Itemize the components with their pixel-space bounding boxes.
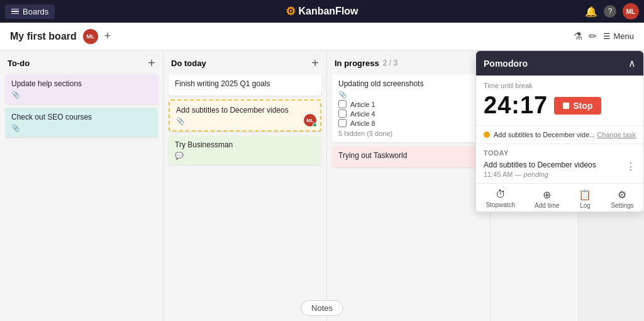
column-cards-dotoday: Finish writing 2025 Q1 goals Add subtitl… [164,74,326,316]
subtask-checkbox-3[interactable] [338,119,347,127]
status-dot [313,123,317,127]
subtask-row: Article 1 [338,100,479,108]
stop-icon [563,103,569,109]
card-seo[interactable]: Check out SEO courses 📎 [5,108,158,137]
add-card-todo[interactable]: + [148,57,155,69]
column-count-inprogress: 2 / 3 [383,59,397,67]
filter-icon[interactable]: ⚗ [574,30,582,42]
menu-button[interactable]: ☰ Menu [603,31,634,41]
column-header-todo: To-do + [0,50,163,74]
add-time-button[interactable]: ⊕ Add time [535,189,559,209]
today-task-time: 11:45 AM — pending [484,171,596,178]
pomodoro-toolbar: ⏱ Stopwatch ⊕ Add time 📋 Log ⚙ Settings [476,184,643,211]
boards-button[interactable]: Boards [5,4,55,19]
card-comment-icon: 💬 [175,152,315,160]
task-more-button[interactable]: ⋮ [626,160,636,172]
column-todo: To-do + Update help sections 📎 Check out… [0,50,164,321]
pomodoro-title: Pomodoro [484,59,528,69]
column-header-inprogress: In progress 2 / 3 + [327,50,490,74]
card-attach-icon: 📎 [11,91,152,99]
card-title: Trying out Taskworld [338,151,479,160]
card-title: Updating old screenshots [338,79,479,88]
card-attach-icon: 📎 [338,91,479,99]
today-label: TODAY [484,149,636,157]
log-label: Log [580,202,591,209]
add-time-icon: ⊕ [543,189,551,201]
timer-label: Time until break [484,82,636,89]
timer-row: 24:17 Stop [484,92,636,119]
pomodoro-today: TODAY Add subtitles to December videos 1… [476,144,643,184]
card-title: Check out SEO courses [11,113,152,121]
subtask-label: Article 1 [350,101,375,108]
pomodoro-panel: Pomodoro ∧ Time until break 24:17 Stop A… [475,50,644,212]
topbar-right: 🔔 ? ML [585,3,639,20]
timer-value: 24:17 [484,92,548,119]
task-time-value: 11:45 AM [484,171,513,178]
subtask-checkbox-2[interactable] [338,110,347,118]
hidden-count: 5 hidden (5 done) [338,130,479,137]
board-area: To-do + Update help sections 📎 Check out… [0,50,644,321]
change-task-link[interactable]: Change task [597,131,636,138]
card-businessman[interactable]: Try Businessman 💬 [169,135,321,165]
task-status: pending [524,171,548,178]
log-button[interactable]: 📋 Log [579,189,591,209]
logo-icon: ⚙ [286,4,296,18]
column-inprogress: In progress 2 / 3 + Updating old screens… [327,50,491,321]
card-title: Try Businessman [175,140,315,149]
add-time-label: Add time [535,202,559,209]
card-title: Finish writing 2025 Q1 goals [175,79,315,88]
settings-label: Settings [611,202,633,209]
column-dotoday: Do today + Finish writing 2025 Q1 goals … [164,50,327,321]
column-title-todo: To-do [8,59,30,68]
card-update-help[interactable]: Update help sections 📎 [5,74,158,104]
column-header-dotoday: Do today + [164,50,326,74]
pomodoro-task-indicator: Add subtitles to December vide... Change… [476,126,643,144]
menu-icon [11,9,19,14]
card-avatar: ML [304,114,316,127]
settings-button[interactable]: ⚙ Settings [611,189,633,209]
card-title: Add subtitles to December videos [176,106,314,115]
today-task-row: Add subtitles to December videos 11:45 A… [484,160,636,178]
column-cards-inprogress: Updating old screenshots 📎 Article 1 Art… [327,74,490,321]
card-title: Update help sections [11,79,152,88]
logo-text: KanbanFlow [298,6,358,17]
notification-icon[interactable]: 🔔 [585,6,597,18]
help-icon[interactable]: ? [604,5,616,18]
subtask-label: Article 4 [350,110,375,118]
boards-label: Boards [23,7,48,16]
subtask-checkbox-1[interactable] [338,100,347,108]
subtask-label: Article 8 [350,120,375,127]
menu-label: Menu [613,31,634,41]
hamburger-icon: ☰ [603,31,611,41]
task-dot-icon [484,132,490,138]
card-finish-q1[interactable]: Finish writing 2025 Q1 goals [169,74,321,96]
stopwatch-icon: ⏱ [496,189,506,200]
task-name: Add subtitles to December vide... [494,131,597,138]
stopwatch-button[interactable]: ⏱ Stopwatch [486,189,515,209]
logo: ⚙ KanbanFlow [286,4,358,18]
card-taskworld[interactable]: Trying out Taskworld [332,146,485,167]
card-subtitles[interactable]: Add subtitles to December videos 📎 ML [169,99,321,132]
today-task-title: Add subtitles to December videos [484,160,596,169]
add-card-dotoday[interactable]: + [311,57,319,69]
edit-icon[interactable]: ✏ [589,30,597,42]
card-attach-icon: 📎 [11,124,152,132]
card-old-screenshots[interactable]: Updating old screenshots 📎 Article 1 Art… [332,74,485,142]
pomodoro-close-button[interactable]: ∧ [628,57,636,69]
card-attach-icon: 📎 [176,117,314,125]
log-icon: 📋 [579,189,591,201]
col-title-todo: To-do [8,59,30,68]
add-board-button[interactable]: + [104,30,111,43]
notes-button[interactable]: Notes [301,300,343,316]
board-title: My first board [10,31,77,42]
column-cards-todo: Update help sections 📎 Check out SEO cou… [0,74,163,321]
pomodoro-timer-section: Time until break 24:17 Stop [476,76,643,126]
today-task-details: Add subtitles to December videos 11:45 A… [484,160,596,178]
topbar: Boards ⚙ KanbanFlow 🔔 ? ML [0,0,644,23]
subtask-row: Article 4 [338,110,479,118]
pomodoro-header: Pomodoro ∧ [476,51,643,76]
user-avatar[interactable]: ML [623,3,639,20]
column-title-inprogress: In progress [335,59,379,68]
stop-button[interactable]: Stop [554,97,601,115]
settings-icon: ⚙ [618,189,626,201]
